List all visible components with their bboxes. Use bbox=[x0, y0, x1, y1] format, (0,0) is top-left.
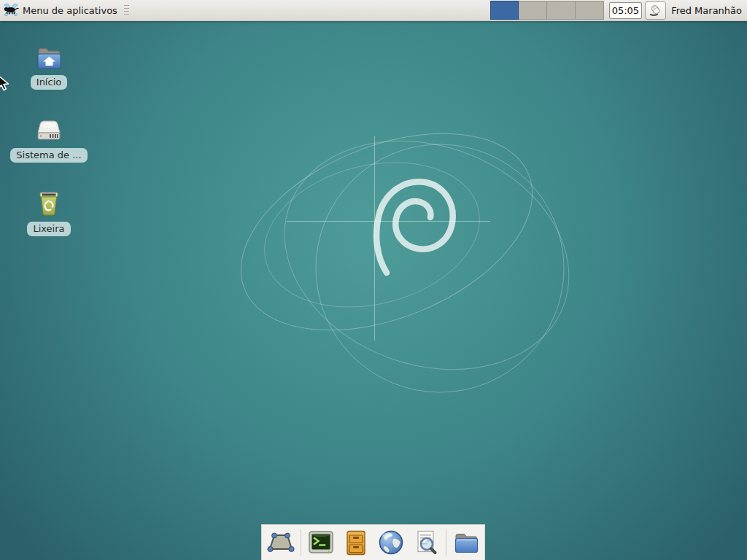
trash-bin-icon bbox=[34, 187, 63, 218]
workspace-3[interactable] bbox=[547, 1, 576, 20]
home-folder-icon bbox=[34, 41, 63, 71]
desktop-icon-label: Sistema de ... bbox=[10, 148, 87, 163]
dock-file-cabinet-button[interactable] bbox=[341, 527, 371, 558]
dock-separator bbox=[446, 529, 446, 556]
desktop-icon-filesystem[interactable]: Sistema de ... bbox=[9, 114, 89, 163]
session-action-button[interactable] bbox=[645, 1, 666, 20]
debian-joy-wallpaper-art bbox=[0, 0, 747, 560]
file-cabinet-icon bbox=[344, 529, 368, 556]
bottom-dock bbox=[261, 524, 485, 560]
desktop-icon-label: Lixeira bbox=[27, 222, 70, 236]
applications-menu-button[interactable]: Menu de aplicativos bbox=[0, 0, 133, 20]
top-panel: Menu de aplicativos 05:05 Fred Maranhão bbox=[0, 0, 747, 21]
terminal-icon bbox=[307, 529, 335, 556]
workspace-2[interactable] bbox=[519, 1, 547, 20]
logged-in-username[interactable]: Fred Maranhão bbox=[671, 5, 742, 16]
clock[interactable]: 05:05 bbox=[609, 2, 642, 19]
desktop-icon-label: Início bbox=[31, 75, 67, 90]
dock-file-manager-button[interactable] bbox=[451, 527, 481, 558]
debian-swirl-icon bbox=[376, 182, 453, 273]
xfce-mouse-logo-icon bbox=[3, 4, 19, 17]
dock-web-browser-button[interactable] bbox=[376, 527, 406, 558]
web-browser-globe-icon bbox=[377, 529, 405, 556]
applications-menu-label: Menu de aplicativos bbox=[23, 5, 117, 16]
mouse-device-icon bbox=[649, 4, 663, 17]
dock-terminal-button[interactable] bbox=[306, 527, 336, 558]
show-desktop-icon bbox=[266, 531, 295, 554]
desktop-icon-home[interactable]: Início bbox=[9, 41, 89, 90]
xfce-desktop: { "panel": { "menu": { "label": "Menu de… bbox=[0, 0, 747, 560]
workspace-switcher bbox=[490, 1, 604, 20]
panel-grip-handle[interactable] bbox=[124, 5, 129, 16]
workspace-1[interactable] bbox=[490, 1, 519, 20]
dock-application-finder-button[interactable] bbox=[411, 527, 441, 558]
clock-time: 05:05 bbox=[612, 5, 639, 16]
workspace-4[interactable] bbox=[576, 1, 604, 20]
desktop-icon-trash[interactable]: Lixeira bbox=[9, 187, 89, 236]
document-magnifier-icon bbox=[412, 529, 440, 556]
folder-icon bbox=[452, 530, 481, 555]
dock-show-desktop-button[interactable] bbox=[266, 527, 296, 558]
dock-separator bbox=[301, 529, 301, 556]
filesystem-drive-icon bbox=[31, 114, 66, 144]
